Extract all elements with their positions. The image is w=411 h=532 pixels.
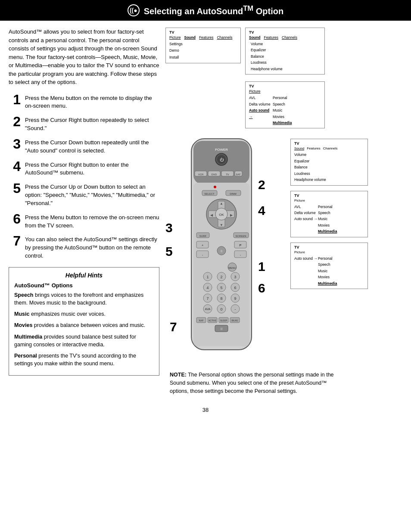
callout-3: 3	[165, 221, 173, 235]
diag3r-menu: Sound Features Channels	[294, 146, 364, 150]
intro-text: AutoSound™ allows you to select from fou…	[9, 28, 159, 87]
hint-personal: Personal presents the TV's sound accordi…	[14, 352, 154, 367]
step-4: 4 Press the Cursor Right button to enter…	[9, 159, 159, 177]
hint-movies: Movies provides a balance between voices…	[14, 321, 154, 329]
svg-text:2: 2	[220, 275, 222, 279]
callout-5: 5	[165, 244, 173, 259]
svg-text:POWER: POWER	[215, 148, 228, 152]
callout-6: 6	[258, 281, 265, 296]
diag1-menu: Picture Sound Features Channels	[169, 35, 237, 40]
diag3-body: AVL Delta volume Auto sound → Personal S…	[249, 95, 321, 126]
step-1-text: Press the Menu button on the remote to d…	[25, 93, 159, 111]
callout-1: 1	[258, 259, 265, 274]
diag5r-right: Personal Speech Music Movies Multimedia	[318, 255, 337, 286]
svg-text:-: -	[240, 253, 241, 257]
remote-control: POWER ⏻ VCR DVD TV SAT	[170, 134, 273, 360]
diag-4-right: TV Picture AVL Delta volume Auto sound →…	[290, 191, 368, 237]
callout-2: 2	[258, 177, 265, 192]
step-1: 1 Press the Menu button on the remote to…	[9, 93, 159, 111]
page-body: AutoSound™ allows you to select from fou…	[0, 21, 411, 402]
svg-text:-: -	[202, 253, 203, 257]
step-7: 7 You can also select the AutoSound™ set…	[9, 234, 159, 260]
note-text: The Personal option shows the personal s…	[170, 372, 334, 394]
svg-text:▼: ▼	[220, 223, 223, 227]
hints-box: Helpful Hints AutoSound™ Options Speech …	[9, 267, 159, 376]
svg-text:SLEEP: SLEEP	[220, 319, 227, 322]
svg-text:DVD: DVD	[212, 173, 217, 176]
header-icon: ((●	[128, 4, 140, 16]
svg-text:▶: ▶	[230, 213, 233, 217]
svg-text:▲: ▲	[220, 202, 223, 205]
svg-text:6: 6	[234, 286, 236, 290]
callout-4: 4	[258, 203, 265, 218]
step-2-number: 2	[9, 115, 21, 128]
diag4r-body: AVL Delta volume Auto sound → Personal S…	[294, 204, 364, 235]
svg-text:NAP: NAP	[199, 319, 204, 322]
diag3-right-col: Personal Speech Music Movies Multimedia	[273, 95, 292, 126]
right-side-diagrams: TV Sound Features Channels Volume Equali…	[290, 139, 368, 289]
diag3-menu: Picture	[249, 89, 321, 93]
diagram-3: TV Picture AVL Delta volume Auto sound →…	[245, 81, 325, 128]
diag5r-body: Auto sound → Personal Speech Music Movie…	[294, 255, 364, 286]
step-3-text: Press the Cursor Down button repeatedly …	[25, 137, 159, 155]
svg-text:SELECT: SELECT	[204, 193, 215, 195]
callout-7: 7	[170, 320, 177, 334]
step-6-number: 6	[9, 212, 21, 226]
diag3-tv: TV	[249, 84, 321, 88]
hints-subtitle: AutoSound™ Options	[14, 282, 154, 289]
step-4-text: Press the Cursor Right button to enter t…	[25, 159, 159, 177]
svg-text:SCREEN: SCREEN	[235, 235, 246, 237]
svg-text:+: +	[240, 243, 241, 246]
svg-text:OK: OK	[219, 213, 224, 217]
step-6: 6 Press the Menu button to remove the on…	[9, 212, 159, 230]
step-6-text: Press the Menu button to remove the on-s…	[25, 212, 159, 230]
diag4r-tv: TV	[294, 193, 364, 198]
hint-music: Music emphasizes music over voices.	[14, 310, 154, 318]
right-column: TV Picture Sound Features Channels Setti…	[165, 28, 402, 395]
svg-text:8: 8	[220, 296, 222, 301]
page-header: ((● Selecting an AutoSoundTM Option	[0, 0, 411, 21]
steps-list: 1 Press the Menu button on the remote to…	[9, 93, 159, 261]
diag5r-left: Auto sound →	[294, 255, 318, 286]
diag4r-right: Personal Speech Music Movies Multimedia	[318, 204, 337, 235]
svg-text:☰: ☰	[220, 327, 223, 330]
diag-3-right: TV Sound Features Channels Volume Equali…	[290, 139, 368, 185]
diag2-menu: Sound Features Channels	[249, 35, 321, 40]
svg-point-15	[214, 186, 216, 188]
note-section: NOTE: The Personal option shows the pers…	[170, 371, 342, 395]
note-label: NOTE:	[170, 372, 187, 378]
page-number: 38	[0, 402, 411, 417]
svg-text:0: 0	[220, 307, 222, 311]
svg-text:BILNG: BILNG	[231, 319, 238, 322]
svg-text:SAT: SAT	[236, 173, 241, 176]
svg-text:MENU: MENU	[228, 267, 236, 269]
diag-5-right: TV Picture Auto sound → Personal Speech …	[290, 243, 368, 289]
diag4r-left: AVL Delta volume Auto sound →	[294, 204, 318, 235]
step-3-number: 3	[9, 137, 21, 151]
mid-diagrams: TV Picture AVL Delta volume Auto sound →…	[165, 81, 402, 128]
svg-text:◀: ◀	[210, 213, 213, 217]
hint-multimedia: Multimedia provides sound balance best s…	[14, 333, 154, 348]
svg-text:4: 4	[206, 286, 209, 290]
remote-section: POWER ⏻ VCR DVD TV SAT	[165, 134, 402, 360]
hint-speech: Speech brings voices to the forefront an…	[14, 291, 154, 307]
diag3-left-col: AVL Delta volume Auto sound →	[249, 95, 273, 126]
diag2-tv: TV	[249, 30, 321, 34]
page-title: Selecting an AutoSoundTM Option	[144, 4, 283, 16]
diag3r-tv: TV	[294, 141, 364, 146]
svg-text:+: +	[202, 243, 204, 247]
hints-title: Helpful Hints	[14, 272, 154, 279]
svg-text:VCR: VCR	[198, 173, 204, 176]
diag2-right: Volume Equalizer Balance Loudness Headph…	[249, 41, 321, 72]
svg-text:3: 3	[234, 275, 236, 279]
diag3r-items: Volume Equalizer Balance Loudness Headph…	[294, 152, 364, 183]
step-7-number: 7	[9, 234, 21, 248]
step-3: 3 Press the Cursor Down button repeatedl…	[9, 137, 159, 155]
step-5-text: Press the Cursor Up or Down button to se…	[25, 181, 159, 208]
svg-text:®: ®	[220, 250, 223, 253]
svg-text:SURF: SURF	[199, 235, 207, 237]
svg-text:1: 1	[206, 275, 209, 279]
top-diagrams: TV Picture Sound Features Channels Setti…	[165, 28, 402, 75]
svg-text:AVA: AVA	[205, 308, 211, 311]
diag4r-menu: Picture	[294, 199, 364, 202]
